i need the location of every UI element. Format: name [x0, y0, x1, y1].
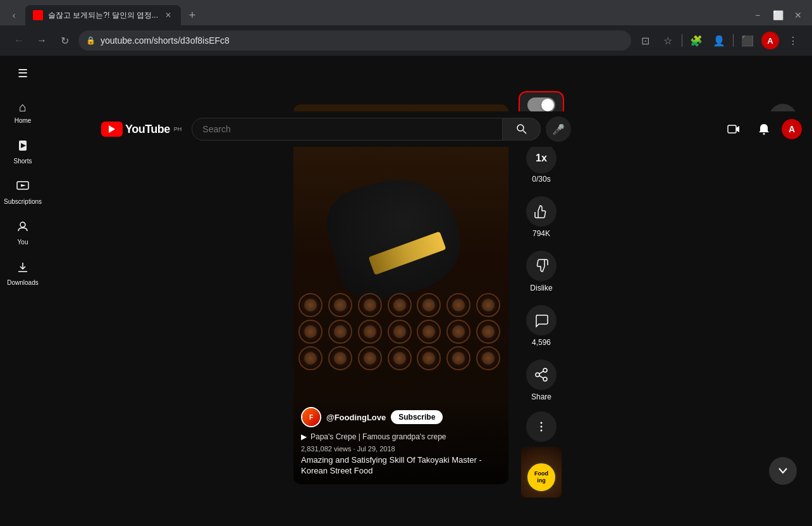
pan-hole [446, 320, 471, 344]
upload-date-text: Jul 29, 2018 [357, 445, 395, 453]
prev-video-title: Papa's Crepe | Famous grandpa's crepe [311, 432, 446, 441]
sidebar-shorts-label: Shorts [14, 158, 32, 165]
comments-button[interactable]: 4,596 [526, 300, 557, 352]
tab-close-button[interactable]: ✕ [163, 10, 173, 20]
like-button[interactable]: 794K [526, 191, 557, 243]
close-button[interactable]: ✕ [789, 6, 807, 24]
profile-icon[interactable]: 👤 [710, 32, 728, 49]
pan-hole [328, 320, 352, 344]
maximize-button[interactable]: ⬜ [769, 6, 787, 24]
autoplay-toggle[interactable] [527, 97, 555, 113]
voice-search-button[interactable]: 🎤 [546, 116, 571, 142]
tab-favicon [33, 10, 43, 20]
sidebar-item-you[interactable]: You [0, 211, 46, 252]
channel-row: F @FoodingLove Subscribe [301, 407, 501, 427]
youtube-app: ☰ ⌂ Home Shorts Subscriptions [0, 56, 812, 526]
prev-video-row: ▶ Papa's Crepe | Famous grandpa's crepe [301, 432, 501, 441]
video-player[interactable]: F @FoodingLove Subscribe ▶ Papa's Crepe … [293, 104, 508, 484]
more-options-button[interactable] [526, 411, 557, 442]
pan-hole [298, 346, 323, 370]
svg-point-6 [517, 125, 524, 131]
url-bar[interactable]: 🔒 youtube.com/shorts/d3of8isEFc8 [78, 30, 631, 51]
notifications-button[interactable] [751, 116, 777, 142]
like-icon-circle [526, 196, 557, 227]
youtube-header: YouTube PH 🎤 [91, 111, 812, 147]
new-tab-button[interactable]: + [183, 6, 201, 24]
home-icon: ⌂ [19, 100, 27, 115]
hamburger-menu-button[interactable]: ☰ [10, 61, 35, 86]
svg-line-7 [523, 130, 526, 134]
sidebar-item-home[interactable]: ⌂ Home [0, 91, 46, 130]
speed-value: 1x [536, 153, 547, 164]
youtube-avatar[interactable]: A [782, 119, 802, 139]
pan-hole [417, 346, 441, 370]
scroll-down-button[interactable] [769, 457, 797, 485]
pan-hole [446, 293, 471, 317]
comments-icon-circle [526, 305, 557, 335]
sidebar: ☰ ⌂ Home Shorts Subscriptions [0, 56, 46, 526]
bookmark-icon[interactable]: ☆ [659, 32, 677, 49]
svg-point-10 [763, 133, 765, 135]
speed-timer: 0/30s [532, 175, 550, 184]
subscribe-button[interactable]: Subscribe [391, 410, 443, 424]
video-title: Amazing and Satisfying Skill Of Takoyaki… [301, 455, 501, 477]
pan-hole [476, 293, 500, 317]
pan-hole [476, 346, 500, 370]
sidebar-home-label: Home [15, 117, 32, 124]
youtube-logo[interactable]: YouTube PH [101, 122, 181, 137]
svg-point-14 [536, 373, 539, 377]
svg-point-4 [20, 222, 25, 227]
address-bar: ← → ↻ 🔒 youtube.com/shorts/d3of8isEFc8 ⊡… [0, 25, 812, 56]
pan-hole [328, 346, 352, 370]
prev-video-icon: ▶ [301, 432, 307, 441]
pan-hole [388, 293, 412, 317]
search-input[interactable] [202, 124, 492, 134]
extensions-icon[interactable]: 🧩 [687, 32, 705, 49]
sidebar-item-downloads[interactable]: Downloads [0, 252, 46, 292]
next-video-thumbnail[interactable]: Fooding [521, 447, 562, 498]
svg-line-16 [539, 371, 544, 373]
fooding-logo: Fooding [526, 462, 557, 492]
pan-hole [328, 293, 352, 317]
tab-prev-icon[interactable]: ‹ [5, 6, 23, 24]
tab-bar: ‹ 슬잖고 보게되는?! 달인의 엽정... ✕ + − ⬜ ✕ [0, 0, 812, 25]
search-input-wrap[interactable] [192, 118, 503, 141]
sidebar-item-shorts[interactable]: Shorts [0, 130, 46, 171]
refresh-button[interactable]: ↻ [56, 32, 73, 49]
youtube-logo-icon [101, 122, 123, 137]
shorts-icon [16, 139, 29, 155]
sidebar-toggle[interactable]: ⬛ [739, 32, 756, 49]
dislike-icon-circle [526, 251, 557, 281]
dislike-button[interactable]: Dislike [526, 246, 557, 297]
pan-hole [358, 320, 382, 344]
downloads-icon [16, 261, 29, 277]
sidebar-item-subscriptions[interactable]: Subscriptions [0, 171, 46, 211]
back-button[interactable]: ← [10, 32, 28, 49]
menu-dots-icon[interactable]: ⋮ [784, 32, 802, 49]
pan-hole [417, 320, 441, 344]
chrome-avatar[interactable]: A [761, 32, 779, 49]
svg-point-15 [543, 377, 547, 381]
tab-title: 슬잖고 보게되는?! 달인의 엽정... [48, 10, 158, 21]
search-button[interactable] [503, 118, 541, 141]
cast-icon[interactable]: ⊡ [636, 32, 654, 49]
create-button[interactable] [721, 116, 746, 142]
active-tab[interactable]: 슬잖고 보게되는?! 달인의 엽정... ✕ [25, 5, 181, 25]
channel-avatar-inner: F [302, 408, 320, 426]
youtube-region: PH [174, 126, 182, 132]
subscriptions-icon [16, 180, 29, 196]
share-button[interactable]: Share [526, 354, 557, 406]
like-count: 794K [532, 229, 550, 238]
pan-hole [298, 293, 323, 317]
video-stats: 2,831,082 views · Jul 29, 2018 [301, 445, 501, 453]
shorts-container: F @FoodingLove Subscribe ▶ Papa's Crepe … [293, 91, 564, 498]
minimize-button[interactable]: − [749, 6, 766, 24]
tab-group: ‹ 슬잖고 보게되는?! 달인의 엽정... ✕ + [5, 5, 201, 25]
search-bar: 🎤 [192, 116, 571, 142]
lock-icon: 🔒 [86, 36, 95, 45]
forward-button[interactable]: → [33, 32, 51, 49]
right-action-panel: Autoplay 1x 0/30s [519, 91, 564, 498]
channel-name[interactable]: @FoodingLove [326, 413, 386, 422]
main-content: F @FoodingLove Subscribe ▶ Papa's Crepe … [46, 91, 812, 498]
channel-avatar[interactable]: F [301, 407, 321, 427]
